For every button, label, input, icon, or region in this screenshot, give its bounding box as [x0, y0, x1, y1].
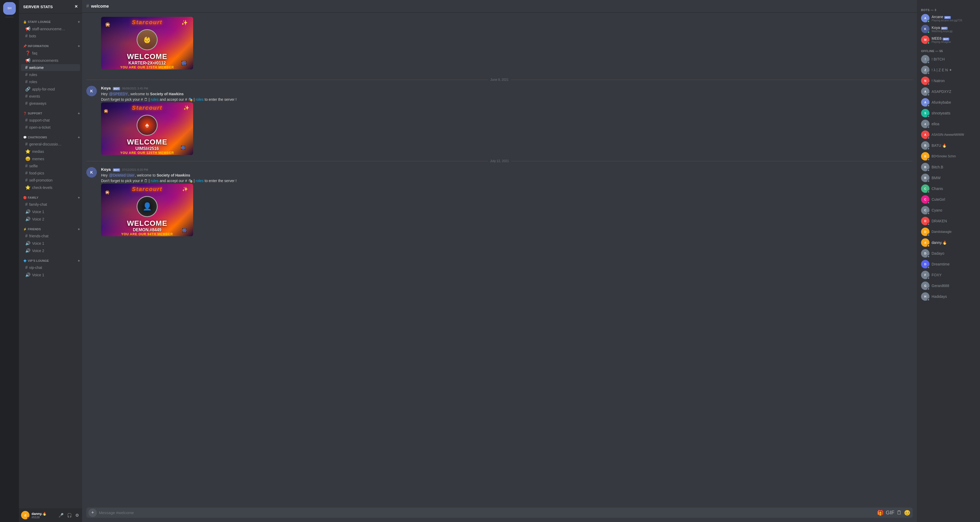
link-roles-1[interactable]: roles — [196, 97, 204, 102]
server-header[interactable]: SERVER STATS ✕ — [19, 0, 82, 13]
category-support[interactable]: ❓ SUPPORT + — [19, 107, 82, 116]
member-asasin[interactable]: A ASASIN-AwwwAWWW — [919, 129, 978, 140]
category-chatrooms[interactable]: 💬 CHATROOMS + — [19, 131, 82, 140]
category-staff-lounge[interactable]: 🔒 STAFF LOUNGE + — [19, 16, 82, 25]
member-arcane[interactable]: A Arcane BOT Playing arcane.bot.gg/726 — [919, 13, 978, 24]
channel-memes[interactable]: 😄 memes — [21, 155, 80, 162]
channel-open-ticket[interactable]: # open-a-ticket — [21, 124, 80, 131]
date-divider-july12: July 12, 2021 — [86, 159, 913, 163]
category-friends[interactable]: ⚡ FRIENDS + — [19, 223, 82, 232]
member-foxy[interactable]: F FOXY — [919, 270, 978, 280]
channel-welcome[interactable]: # welcome ⚙ 👤 — [21, 64, 80, 71]
channel-friends-voice2[interactable]: 🔊 Voice 2 — [21, 247, 80, 254]
link-rules-2[interactable]: rules — [151, 179, 158, 183]
channel-rules[interactable]: # rules — [21, 71, 80, 78]
channel-events[interactable]: # events — [21, 93, 80, 100]
channel-name-open-ticket: open-a-ticket — [29, 125, 78, 129]
server-icon-active[interactable]: SH — [3, 2, 16, 15]
channel-medias[interactable]: ⭐ medias — [21, 148, 80, 155]
channel-friends-voice1[interactable]: 🔊 Voice 1 — [21, 240, 80, 247]
mention-deleted-user[interactable]: @Deleted User — [109, 173, 135, 177]
channel-name-selfie: selfie — [29, 164, 78, 168]
settings-icon[interactable]: ⚙ — [74, 512, 80, 519]
category-vip[interactable]: 💠 VIP'S LOUNGE + — [19, 255, 82, 264]
gif-icon[interactable]: GIF — [886, 509, 894, 516]
member-afunkybabe[interactable]: A Afunkybabe — [919, 97, 978, 108]
bmw-status — [927, 180, 930, 182]
category-information[interactable]: 📌 INFORMATION + — [19, 40, 82, 49]
shnotyeatts-avatar: S — [921, 109, 929, 117]
channel-family-voice1[interactable]: 🔊 Voice 1 — [21, 208, 80, 215]
chat-header-hash-icon: # — [86, 3, 89, 9]
channel-support-chat[interactable]: # support-chat — [21, 117, 80, 124]
member-danny[interactable]: d danny.🔥 — [919, 237, 978, 248]
category-add-icon-support[interactable]: + — [78, 111, 80, 116]
member-damilola[interactable]: D Damilolaeagle — [919, 226, 978, 237]
channel-self-promo[interactable]: # self-promotion — [21, 177, 80, 184]
member-shnotyeatts[interactable]: S shnotyeatts — [919, 108, 978, 118]
channel-name-self-promo: self-promotion — [29, 178, 78, 182]
channel-vip-chat[interactable]: # vip-chat — [21, 264, 80, 271]
channel-family-chat[interactable]: # family-chat — [21, 201, 80, 208]
member-koya[interactable]: K Koya BOT Watching koya.gg — [919, 24, 978, 34]
member-bitchb[interactable]: B Bitch.B — [919, 162, 978, 172]
category-add-icon-info[interactable]: + — [78, 44, 80, 48]
channel-name-rules: rules — [29, 73, 78, 77]
channel-selfie[interactable]: # selfie — [21, 162, 80, 169]
sticker-icon[interactable]: 🗒 — [897, 509, 902, 516]
category-add-icon-family[interactable]: + — [78, 196, 80, 200]
user-bar-actions: 🎤 🎧 ⚙ — [57, 512, 80, 519]
channel-food-pics[interactable]: # food-pics — [21, 170, 80, 177]
channel-check-levels[interactable]: ⭐ check-levels — [21, 184, 80, 191]
member-natron[interactable]: N ! Natron — [919, 75, 978, 86]
member-dadayo[interactable]: D Dadayo — [919, 248, 978, 259]
emoji-icon[interactable]: 😊 — [904, 509, 910, 516]
channel-apply-mod[interactable]: 🔗 apply-for-mod — [21, 86, 80, 92]
member-hadidays[interactable]: H Hadidays — [919, 291, 978, 302]
member-batu[interactable]: B BATU 🔥 — [919, 140, 978, 151]
channel-members-icon[interactable]: 👤 — [74, 66, 78, 70]
koya-status — [927, 31, 930, 33]
member-chanis[interactable]: C Chanis — [919, 183, 978, 194]
channel-faq[interactable]: ❓ faq — [21, 49, 80, 57]
member-bitch[interactable]: ! ! BITCH — [919, 54, 978, 64]
category-family[interactable]: 🔴 FAMILY + — [19, 191, 82, 201]
gift-icon[interactable]: 🎁 — [877, 509, 884, 516]
member-gerard[interactable]: G Gerard688 — [919, 280, 978, 291]
channel-roles[interactable]: # roles — [21, 78, 80, 85]
category-add-icon-friends[interactable]: + — [78, 227, 80, 231]
channel-megaphone-icon: 📢 — [25, 26, 30, 31]
member-draken[interactable]: D DRAKEN — [919, 216, 978, 226]
member-cyano[interactable]: C Cyano — [919, 205, 978, 215]
member-mee6[interactable]: M MEE6 BOT Playing /imagine — [919, 35, 978, 45]
member-cutegirl[interactable]: C CuteGirl — [919, 194, 978, 205]
mention-speedy[interactable]: @SPEEDY — [109, 92, 129, 96]
channel-friends-chat[interactable]: # friends-chat — [21, 232, 80, 239]
member-bmw[interactable]: B BMW — [919, 173, 978, 183]
chat-attach-button[interactable]: + — [88, 509, 97, 517]
member-elloa[interactable]: e elloa — [919, 119, 978, 129]
channel-vip-voice1[interactable]: 🔊 Voice 1 — [21, 271, 80, 279]
channel-staff-announcements[interactable]: 📢 staff-announceme… — [21, 25, 80, 32]
channel-family-voice2[interactable]: 🔊 Voice 2 — [21, 215, 80, 223]
member-dreamtime[interactable]: D Dreamtime — [919, 259, 978, 269]
category-add-icon-vip[interactable]: + — [78, 259, 80, 263]
dadayo-avatar: D — [921, 249, 929, 258]
channel-settings-icon[interactable]: ⚙ — [70, 66, 73, 70]
server-menu-icon[interactable]: ✕ — [75, 4, 78, 9]
member-bdsmoke[interactable]: B BD•Smoke Schm — [919, 151, 978, 162]
chat-input-wrapper: + 🎁 GIF 🗒 😊 — [86, 508, 913, 518]
channel-general[interactable]: # general-discussio… — [21, 141, 80, 148]
mute-icon[interactable]: 🎤 — [57, 512, 65, 519]
category-add-icon-chat[interactable]: + — [78, 135, 80, 140]
category-add-icon[interactable]: + — [78, 20, 80, 24]
member-asapdxyz[interactable]: A ASAPDXYZ — [919, 86, 978, 97]
link-rules-1[interactable]: rules — [151, 97, 158, 102]
member-zen[interactable]: Z ! λ | Z E N ✦ — [919, 65, 978, 75]
channel-giveaways[interactable]: # giveaways — [21, 100, 80, 107]
channel-announcements[interactable]: 📢 announcements — [21, 57, 80, 64]
channel-bots[interactable]: # bots — [21, 33, 80, 40]
link-roles-2[interactable]: roles — [196, 179, 204, 183]
chat-input[interactable] — [99, 508, 875, 518]
deafen-icon[interactable]: 🎧 — [66, 512, 73, 519]
